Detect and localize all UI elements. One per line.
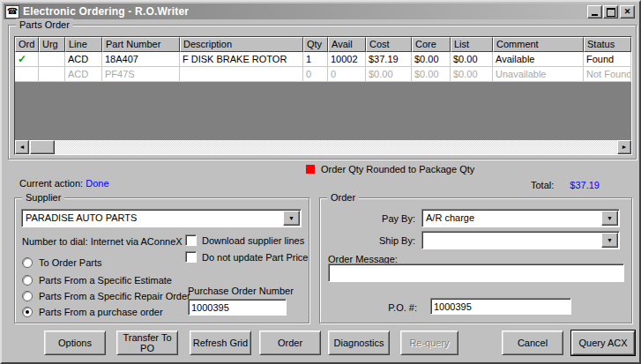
- purchase-order-number-label: Purchase Order Number: [188, 285, 294, 297]
- scroll-left-button[interactable]: ◄: [15, 140, 29, 154]
- download-supplier-lines-checkbox[interactable]: Download supplier lines: [185, 234, 304, 246]
- po-number-label: P.O. #:: [357, 301, 417, 314]
- legend-text: Order Qty Rounded to Package Qty: [321, 164, 474, 175]
- col-header-urg[interactable]: Urg: [39, 37, 65, 52]
- ship-by-select[interactable]: ▼: [421, 231, 620, 249]
- do-not-update-part-price-checkbox[interactable]: Do not update Part Price: [185, 251, 308, 263]
- cell-urg: [39, 67, 65, 82]
- cell-list: $0.00: [451, 67, 493, 82]
- requery-button: Re-query: [400, 331, 458, 355]
- cell-cost: $0.00: [366, 67, 412, 82]
- options-button[interactable]: Options: [44, 331, 106, 355]
- minimize-icon: [592, 14, 598, 16]
- chevron-down-icon[interactable]: ▼: [601, 211, 618, 226]
- refresh-grid-button[interactable]: Refresh Grid: [190, 331, 251, 355]
- total-label: Total:: [531, 180, 554, 190]
- order-group-label: Order: [327, 191, 359, 204]
- parts-grid: Ord Urg Line Part Number Description Qty…: [14, 36, 632, 155]
- radio-selected-icon: [22, 307, 33, 317]
- transfer-to-po-button[interactable]: Transfer To PO: [116, 331, 178, 355]
- total-line: Total: $37.19: [531, 180, 600, 190]
- col-header-qty[interactable]: Qty: [303, 37, 328, 52]
- checkbox-icon: [185, 251, 197, 263]
- col-header-line[interactable]: Line: [65, 37, 102, 52]
- cell-part-number: 18A407: [102, 52, 180, 67]
- current-action-label: Current action:: [19, 178, 83, 189]
- number-to-dial-label: Number to dial: Internet via AConneX: [22, 235, 183, 248]
- red-square-icon: [306, 165, 315, 174]
- cell-avail: 0: [328, 67, 366, 82]
- maximize-button[interactable]: [603, 5, 618, 19]
- title-bar[interactable]: ☎ Electronic Ordering - R.O.Writer ✕: [4, 4, 637, 19]
- col-header-part-number[interactable]: Part Number: [102, 37, 180, 52]
- scroll-right-button[interactable]: ►: [617, 140, 631, 154]
- scrollbar-thumb[interactable]: [30, 140, 55, 154]
- ship-by-label: Ship By:: [355, 234, 415, 247]
- pay-by-select[interactable]: A/R charge ▼: [421, 209, 620, 227]
- radio-label: Parts From a purchase order: [39, 307, 163, 317]
- radio-parts-from-estimate[interactable]: Parts From a Specific Estimate: [22, 275, 172, 286]
- purchase-order-number-input[interactable]: [188, 299, 287, 316]
- po-number-input[interactable]: [430, 298, 571, 315]
- cell-comment: Unavailable: [493, 67, 584, 82]
- query-acx-button[interactable]: Query ACX: [571, 331, 635, 355]
- cell-cost: $37.19: [366, 52, 412, 67]
- cell-core: $0.00: [412, 67, 451, 82]
- table-row[interactable]: ✓ ACD 18A407 F DISK BRAKE ROTOR 1 10002 …: [15, 52, 631, 67]
- radio-parts-from-purchase-order[interactable]: Parts From a purchase order: [22, 307, 163, 317]
- rounded-qty-legend: Order Qty Rounded to Package Qty: [306, 164, 474, 175]
- col-header-cost[interactable]: Cost: [366, 37, 412, 52]
- cell-description: [180, 67, 303, 82]
- order-message-input[interactable]: [328, 264, 624, 282]
- radio-label: To Order Parts: [39, 257, 102, 268]
- cell-urg: [39, 52, 65, 67]
- parts-order-group-label: Parts Order: [16, 19, 73, 31]
- cell-list: $0.00: [451, 52, 493, 67]
- grid-empty-area: [15, 82, 631, 138]
- diagnostics-button[interactable]: Diagnostics: [328, 331, 390, 355]
- supplier-group-label: Supplier: [22, 191, 64, 204]
- total-value: $37.19: [570, 180, 600, 190]
- chevron-down-icon[interactable]: ▼: [283, 211, 300, 226]
- order-button[interactable]: Order: [259, 331, 321, 355]
- current-action-value: Done: [86, 178, 108, 189]
- cell-qty: 0: [303, 67, 328, 82]
- maximize-icon: [607, 8, 615, 17]
- cell-ord: [15, 67, 39, 82]
- order-group: Order Pay By: A/R charge ▼ Ship By: ▼ Or…: [319, 197, 632, 323]
- radio-icon: [22, 257, 33, 268]
- cell-comment: Available: [493, 52, 584, 67]
- col-header-comment[interactable]: Comment: [493, 37, 584, 52]
- cell-line: ACD: [65, 67, 102, 82]
- radio-parts-from-repair-order[interactable]: Parts From a Specific Repair Order: [22, 291, 190, 301]
- col-header-ord[interactable]: Ord: [15, 37, 39, 52]
- cell-status: Not Found: [584, 67, 631, 82]
- col-header-list[interactable]: List: [451, 37, 493, 52]
- supplier-selected-value: PARADISE AUTO PARTS: [26, 212, 137, 225]
- parts-order-group: Parts Order Ord Urg Line Part Number Des…: [8, 25, 637, 160]
- cell-status: Found: [584, 52, 631, 67]
- col-header-status[interactable]: Status: [584, 37, 631, 52]
- minimize-button[interactable]: [587, 5, 602, 19]
- col-header-avail[interactable]: Avail: [328, 37, 366, 52]
- col-header-core[interactable]: Core: [412, 37, 451, 52]
- close-button[interactable]: ✕: [620, 5, 635, 19]
- col-header-description[interactable]: Description: [180, 37, 303, 52]
- pay-by-value: A/R charge: [426, 212, 474, 225]
- supplier-select[interactable]: PARADISE AUTO PARTS ▼: [21, 209, 302, 227]
- phone-icon: ☎: [5, 5, 19, 19]
- window-title: Electronic Ordering - R.O.Writer: [23, 5, 189, 18]
- cell-qty: 1: [303, 52, 328, 67]
- download-supplier-lines-label: Download supplier lines: [202, 235, 304, 246]
- grid-header-row: Ord Urg Line Part Number Description Qty…: [15, 37, 631, 52]
- chevron-down-icon[interactable]: ▼: [601, 233, 618, 248]
- cell-description: F DISK BRAKE ROTOR: [180, 52, 303, 67]
- cell-core: $0.00: [412, 52, 451, 67]
- table-row[interactable]: ACD PF47S 0 0 $0.00 $0.00 $0.00 Unavaila…: [15, 67, 631, 82]
- cancel-button[interactable]: Cancel: [502, 331, 563, 355]
- ordered-check-icon: ✓: [15, 52, 39, 67]
- cell-avail: 10002: [328, 52, 366, 67]
- horizontal-scrollbar[interactable]: ◄ ►: [15, 140, 631, 154]
- radio-to-order-parts[interactable]: To Order Parts: [22, 257, 102, 268]
- do-not-update-part-price-label: Do not update Part Price: [202, 252, 308, 263]
